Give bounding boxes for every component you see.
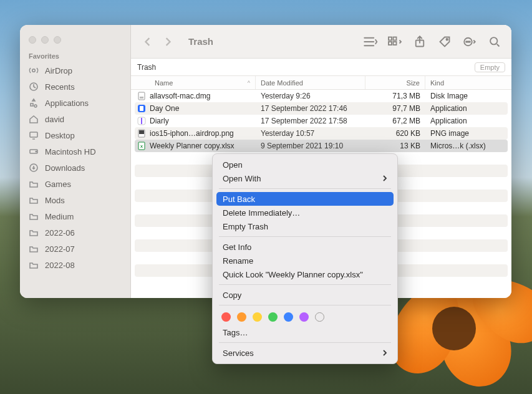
sidebar-item-label: Downloads [45,163,85,173]
sort-indicator-icon: ^ [248,80,250,86]
sidebar-item-2022-06[interactable]: 2022-06 [20,224,130,241]
back-button[interactable] [143,37,152,46]
column-date[interactable]: Date Modified [256,76,365,89]
home-icon [29,114,39,124]
sidebar-item-label: AirDrop [45,66,72,75]
sidebar-item-games[interactable]: Games [20,176,130,192]
tag-purple[interactable] [299,312,309,322]
file-name: Diarly [150,117,169,125]
sidebar-item-recents[interactable]: Recents [20,79,130,95]
sidebar-item-2022-07[interactable]: 2022-07 [20,241,130,257]
sidebar-item-label: 2022-07 [45,244,75,254]
file-size: 67,2 MB [365,117,425,125]
file-date: 17 September 2022 17:58 [256,117,365,125]
clock-icon [29,82,39,92]
column-size[interactable]: Size [365,76,425,89]
search-button[interactable] [486,36,503,48]
ctx-copy[interactable]: Copy [216,288,394,302]
ctx-label: Delete Immediately… [223,208,300,218]
file-kind: PNG image [425,129,508,138]
ctx-rename[interactable]: Rename [216,254,394,267]
share-button[interactable] [412,36,428,48]
sidebar-item-2022-08[interactable]: 2022-08 [20,257,130,273]
table-row[interactable]: allavsoft-mac.dmg Yesterday 9:26 71,3 MB… [131,90,511,102]
ctx-separator [219,342,391,343]
chevron-right-icon [382,350,387,356]
more-button[interactable] [462,36,478,48]
ctx-quick-look[interactable]: Quick Look "Weekly Planner copy.xlsx" [216,267,394,281]
ctx-label: Services [223,348,254,358]
group-button[interactable] [387,36,403,48]
sidebar-item-airdrop[interactable]: AirDrop [20,62,130,79]
ctx-label: Copy [223,291,241,300]
folder-icon [29,195,39,205]
ctx-tag-colors [216,309,394,325]
file-date: 9 September 2021 19:10 [256,142,365,150]
tag-yellow[interactable] [253,312,262,322]
toolbar: Trash [131,25,511,59]
table-row-selected[interactable]: X Weekly Planner copy.xlsx 9 September 2… [135,140,508,152]
sidebar-item-label: Applications [45,98,89,108]
column-kind[interactable]: Kind [425,76,511,89]
context-menu: Open Open With Put Back Delete Immediate… [212,153,398,364]
sidebar-item-home[interactable]: david [20,111,130,127]
tag-button[interactable] [437,36,453,48]
close-button[interactable] [29,36,36,44]
ctx-get-info[interactable]: Get Info [216,240,394,254]
ctx-services[interactable]: Services [216,346,394,360]
forward-button[interactable] [163,37,172,46]
tag-orange[interactable] [237,312,246,322]
svg-rect-8 [389,42,392,45]
column-headers: Name ^ Date Modified Size Kind [131,76,511,90]
svg-point-13 [466,41,467,42]
sidebar-item-desktop[interactable]: Desktop [20,127,130,143]
file-date: Yesterday 9:26 [256,92,365,100]
sidebar-item-medium[interactable]: Medium [20,208,130,224]
ctx-tags[interactable]: Tags… [216,325,394,339]
ctx-label: Put Back [223,195,255,204]
ctx-separator [219,188,391,189]
ctx-delete-immediately[interactable]: Delete Immediately… [216,206,394,219]
sidebar-item-applications[interactable]: Applications [20,95,130,111]
airdrop-icon [29,65,39,75]
file-name: Day One [150,104,179,113]
folder-icon [29,228,39,238]
view-list-button[interactable] [362,36,378,48]
dmg-icon [137,92,146,100]
hdd-icon [29,147,39,156]
column-name[interactable]: Name ^ [131,76,256,89]
table-row[interactable]: Day One 17 September 2022 17:46 97,7 MB … [135,102,508,115]
table-row[interactable]: ios15-iphon…airdrop.png Yesterday 10:57 … [135,127,508,140]
tag-red[interactable] [221,312,231,322]
folder-icon [29,260,39,270]
app-icon [137,117,146,125]
ctx-label: Quick Look "Weekly Planner copy.xlsx" [223,270,363,279]
minimize-button[interactable] [41,36,49,44]
column-kind-label: Kind [430,79,444,87]
file-kind: Application [425,117,511,125]
tag-green[interactable] [268,312,278,322]
svg-point-4 [36,151,37,152]
zoom-button[interactable] [54,36,61,44]
download-icon [29,163,39,173]
ctx-open[interactable]: Open [216,158,394,171]
image-icon [137,129,146,138]
sidebar-item-downloads[interactable]: Downloads [20,160,130,176]
svg-rect-6 [389,37,392,40]
tag-blue[interactable] [284,312,293,322]
ctx-open-with[interactable]: Open With [216,171,394,185]
empty-trash-button[interactable]: Empty [475,62,505,72]
ctx-empty-trash[interactable]: Empty Trash [216,219,394,233]
ctx-put-back[interactable]: Put Back [216,192,394,206]
sidebar-item-mods[interactable]: Mods [20,192,130,208]
sidebar-item-hdd[interactable]: Macintosh HD [20,143,130,160]
sidebar-item-label: Medium [45,212,74,221]
svg-point-16 [490,37,497,44]
file-name: allavsoft-mac.dmg [150,92,210,100]
table-row[interactable]: Diarly 17 September 2022 17:58 67,2 MB A… [131,115,511,127]
ctx-label: Open [223,160,243,170]
tag-none[interactable] [315,312,324,322]
file-size: 620 KB [365,129,425,138]
svg-rect-2 [30,132,37,137]
svg-point-15 [469,41,470,42]
